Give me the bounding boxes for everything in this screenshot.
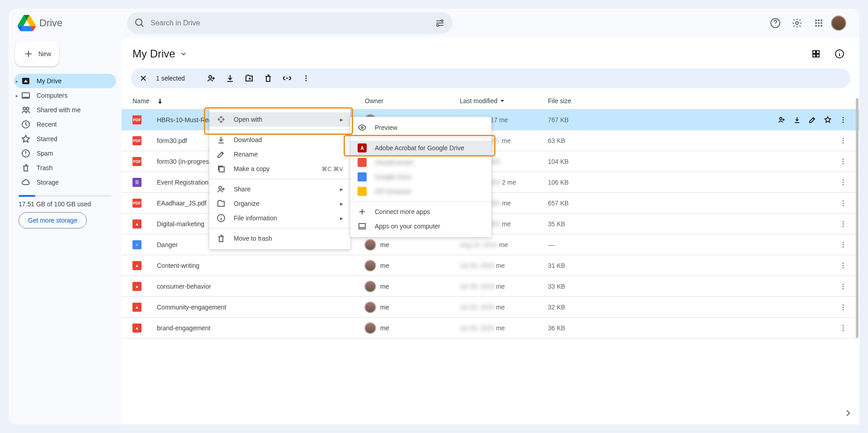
help-icon[interactable] [766, 14, 784, 32]
submenu-cloud[interactable]: CloudConvert [350, 155, 491, 170]
grid-view-icon[interactable] [807, 45, 825, 63]
row-more-icon[interactable] [837, 194, 849, 212]
spam-icon [21, 149, 30, 158]
share-icon[interactable] [205, 69, 217, 87]
side-panel-toggle-icon[interactable] [843, 408, 854, 419]
submenu-computer[interactable]: Apps on your computer [350, 219, 491, 233]
svg-point-14 [815, 22, 817, 24]
apps-icon[interactable] [810, 14, 828, 32]
row-more-icon[interactable] [837, 111, 849, 129]
row-star-icon[interactable] [821, 111, 834, 129]
nav-shared[interactable]: Shared with me [14, 103, 116, 117]
submenu-gdocs[interactable]: Google Docs [350, 170, 491, 184]
owner-avatar [365, 323, 376, 333]
search-input[interactable] [151, 19, 434, 27]
shared-icon [21, 105, 30, 114]
nav-storage[interactable]: Storage [14, 175, 116, 190]
row-more-icon[interactable] [837, 236, 849, 254]
row-more-icon[interactable] [837, 132, 849, 150]
settings-icon[interactable] [788, 14, 806, 32]
drive-icon [21, 76, 30, 86]
svg-point-45 [843, 221, 844, 222]
delete-icon[interactable] [262, 69, 274, 87]
row-download-icon[interactable] [791, 111, 803, 129]
row-more-icon[interactable] [837, 152, 849, 171]
file-row[interactable]: ▲brand-engagement me Jul 28, 2020 me 36 … [122, 318, 859, 338]
info-icon[interactable] [830, 45, 849, 63]
svg-point-8 [437, 24, 439, 26]
file-row[interactable]: ▲Community-engagement me Jul 28, 2020 me… [122, 297, 859, 318]
scrollbar[interactable] [855, 98, 859, 341]
star-icon [21, 134, 30, 143]
file-size: 63 KB [548, 137, 634, 144]
file-name: Community-engagement [157, 304, 365, 311]
file-row[interactable]: ▲consumer-behavior me Jul 28, 2020 me 33… [122, 276, 859, 297]
plus-icon [358, 207, 367, 216]
link-icon[interactable] [281, 69, 293, 87]
row-more-icon[interactable] [837, 298, 849, 316]
menu-download[interactable]: Download [209, 133, 350, 147]
submenu-connect[interactable]: Connect more apps [350, 205, 491, 219]
submenu-zip[interactable]: ZIP Extractor [350, 184, 491, 199]
file-size: 33 KB [548, 283, 634, 290]
file-type-icon: ▲ [132, 324, 142, 333]
row-rename-icon[interactable] [806, 111, 819, 129]
nav-computers[interactable]: ▸ Computers [14, 88, 116, 103]
nav-my-drive[interactable]: ▸ My Drive [14, 74, 116, 88]
svg-point-43 [843, 202, 844, 204]
filter-icon[interactable] [434, 18, 445, 29]
file-row[interactable]: ▲Content-writing me Jul 28, 2020 me 31 K… [122, 255, 859, 276]
folder-icon [217, 199, 226, 208]
account-avatar[interactable] [831, 16, 846, 30]
storage-text: 17.51 GB of 100 GB used [19, 200, 112, 208]
submenu-adobe[interactable]: A Adobe Acrobat for Google Drive [350, 141, 491, 155]
svg-point-51 [843, 262, 844, 264]
svg-rect-63 [219, 167, 224, 172]
nav-spam[interactable]: Spam [14, 146, 116, 161]
owner-name: me [380, 262, 389, 269]
download-icon[interactable] [224, 69, 236, 87]
menu-open-with[interactable]: Open with ▸ [209, 112, 350, 127]
download-icon [217, 135, 226, 144]
nav-recent[interactable]: Recent [14, 117, 116, 132]
sort-arrow-icon[interactable] [156, 97, 164, 105]
close-selection-icon[interactable] [137, 72, 150, 85]
svg-point-44 [843, 205, 844, 206]
row-more-icon[interactable] [837, 257, 849, 275]
nav-trash[interactable]: Trash [14, 161, 116, 175]
get-storage-button[interactable]: Get more storage [19, 212, 87, 228]
breadcrumb[interactable]: My Drive [132, 48, 188, 60]
menu-share[interactable]: Share ▸ [209, 182, 350, 196]
chevron-down-icon[interactable] [499, 98, 505, 104]
svg-point-56 [843, 288, 844, 289]
share-icon [217, 185, 226, 194]
nav-starred[interactable]: Starred [14, 132, 116, 146]
file-size: 35 KB [548, 220, 634, 228]
svg-point-12 [818, 19, 820, 21]
menu-organize[interactable]: Organize ▸ [209, 196, 350, 211]
submenu-preview[interactable]: Preview [350, 120, 491, 135]
row-share-icon[interactable] [775, 111, 788, 129]
new-button[interactable]: New [15, 41, 59, 67]
menu-file-info[interactable]: File information ▸ [209, 211, 350, 225]
menu-rename[interactable]: Rename [209, 147, 350, 162]
file-type-icon: ▲ [132, 219, 142, 228]
svg-point-52 [843, 265, 844, 266]
file-name: consumer-behavior [157, 283, 365, 290]
file-name: Content-writing [157, 262, 365, 269]
drive-logo-icon [18, 14, 36, 32]
more-actions-icon[interactable] [300, 69, 312, 87]
svg-point-29 [780, 117, 782, 119]
row-more-icon[interactable] [837, 277, 849, 295]
info-icon [217, 214, 226, 223]
row-more-icon[interactable] [837, 215, 849, 233]
menu-copy[interactable]: Make a copy ⌘C ⌘V [209, 162, 350, 176]
move-icon[interactable] [243, 69, 255, 87]
menu-trash[interactable]: Move to trash [209, 231, 350, 246]
search-box[interactable] [127, 12, 453, 34]
row-more-icon[interactable] [837, 173, 849, 191]
logo-area[interactable]: Drive [9, 9, 122, 38]
svg-point-16 [821, 22, 822, 24]
owner-name: me [380, 241, 389, 248]
row-more-icon[interactable] [837, 319, 849, 337]
